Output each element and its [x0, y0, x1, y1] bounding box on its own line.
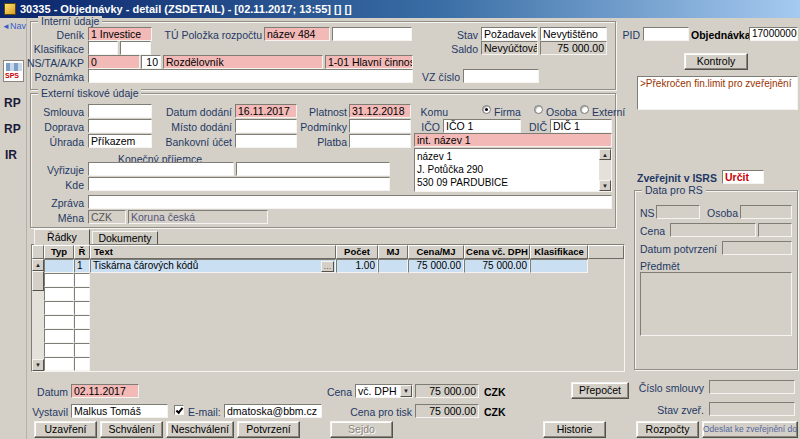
grid-empty-cell[interactable] — [74, 357, 90, 371]
cena-tisk-field: 75 000.00 — [415, 404, 479, 418]
ns-field-2[interactable]: 10 — [141, 55, 161, 69]
combo-arrow-icon[interactable]: ▼ — [400, 385, 412, 397]
klasifikace-field-2[interactable] — [120, 41, 151, 55]
row1-cena-dph-cell[interactable]: 75 000.00 — [464, 259, 530, 273]
uzavreni-button[interactable]: Uzavření — [34, 421, 97, 438]
vystavil-field[interactable]: Malkus Tomáš — [71, 404, 168, 418]
grid-empty-cell[interactable] — [44, 343, 74, 357]
address-box[interactable]: název 1 J. Potůčka 290 530 09 PARDUBICE … — [414, 148, 612, 192]
rp-icon-2[interactable]: RP — [4, 122, 21, 136]
datum-dodani-field[interactable]: 16.11.2017 — [235, 104, 297, 118]
misto-dodani-field[interactable] — [235, 119, 297, 133]
grid-empty-cell[interactable] — [74, 343, 90, 357]
smlouva-label: Smlouva — [20, 106, 84, 118]
grid-empty-cell[interactable] — [74, 329, 90, 343]
rp-icon-1[interactable]: RP — [4, 96, 21, 110]
email-field[interactable]: dmatoska@bbm.cz — [224, 404, 322, 418]
vyrizuje-field-2[interactable] — [236, 162, 390, 176]
tu-field[interactable]: název 484 — [264, 27, 330, 41]
vz-label: VZ číslo — [418, 71, 460, 83]
sps-label: SPS — [5, 72, 19, 79]
cena-mode-combo[interactable]: vč. DPH ▼ — [355, 384, 413, 398]
smlouva-field[interactable] — [88, 104, 152, 118]
tu-name-field[interactable] — [332, 27, 412, 41]
radio-firma[interactable] — [482, 105, 491, 114]
scroll-down-icon[interactable]: ▼ — [599, 180, 611, 191]
urcit-field[interactable]: Určit — [722, 170, 764, 184]
grid-scroll-up-icon[interactable]: ▲ — [32, 259, 44, 271]
row1-cena-mj-cell[interactable]: 75 000.00 — [408, 259, 464, 273]
ns-field-1[interactable]: 0 — [88, 55, 140, 69]
ns-field-3[interactable]: Rozdělovník — [163, 55, 323, 69]
platba-field[interactable] — [349, 134, 411, 148]
denik-field[interactable]: 1 Investice — [88, 27, 152, 41]
neschvaleni-button[interactable]: Neschválení — [166, 421, 234, 438]
row1-typ-cell[interactable] — [44, 259, 74, 273]
bankovni-ucet-field[interactable] — [235, 134, 297, 148]
objednavka-field[interactable]: 1700000001 — [749, 27, 798, 41]
cena-field: 75 000.00 — [415, 384, 479, 398]
doprava-field[interactable] — [88, 119, 152, 133]
grid-empty-cell[interactable] — [44, 329, 74, 343]
podminky-field[interactable] — [349, 119, 411, 133]
lines-grid: Typ Ř Text Počet MJ Cena/MJ Cena vč. DPH… — [31, 244, 625, 372]
grid-scroll-down-icon[interactable]: ▼ — [32, 359, 44, 371]
scroll-up-icon[interactable]: ▲ — [599, 149, 611, 160]
grid-empty-cell[interactable] — [74, 315, 90, 329]
cena-label: Cena — [322, 386, 352, 398]
grid-empty-cell[interactable] — [44, 301, 74, 315]
datum-field[interactable]: 02.11.2017 — [71, 384, 139, 398]
poznamka-field[interactable] — [88, 69, 413, 83]
kde-field[interactable] — [88, 177, 390, 191]
grid-empty-cell[interactable] — [44, 273, 74, 287]
komu-label: Komu — [414, 106, 448, 118]
uhrada-field[interactable]: Příkazem — [88, 134, 152, 148]
grid-empty-cell[interactable] — [74, 273, 90, 287]
grid-empty-cell[interactable] — [44, 357, 74, 371]
address-scrollbar[interactable]: ▲ ▼ — [599, 149, 611, 191]
dic-field[interactable]: DIČ 1 — [550, 119, 612, 133]
kontroly-button[interactable]: Kontroly — [684, 53, 748, 70]
radio-externi[interactable] — [580, 105, 589, 114]
grid-empty-cell[interactable] — [44, 287, 74, 301]
datum-dodani-label: Datum dodání — [154, 106, 232, 118]
row1-num-cell[interactable]: 1 — [74, 259, 90, 273]
pid-field[interactable] — [643, 27, 689, 41]
grid-empty-cell[interactable] — [44, 315, 74, 329]
grid-scroll-thumb[interactable] — [32, 271, 44, 291]
prepocet-button[interactable]: Přepočet — [571, 382, 629, 399]
ico-field[interactable]: IČO 1 — [443, 119, 521, 133]
pid-label: PID — [618, 29, 640, 41]
stav-field-1[interactable]: Požadavek — [481, 27, 538, 41]
grid-empty-cell[interactable] — [74, 301, 90, 315]
tab-radky[interactable]: Řádky — [34, 229, 90, 245]
stav-field-2[interactable]: Nevytištěno — [540, 27, 607, 41]
row1-ellipsis-button[interactable]: … — [321, 261, 334, 272]
ns-field-4[interactable]: 1-01 Hlavní činnost — [325, 55, 413, 69]
address-text: název 1 J. Potůčka 290 530 09 PARDUBICE — [417, 150, 508, 189]
nav-arrow-icon[interactable]: ◄ — [2, 22, 10, 31]
ir-icon[interactable]: IR — [5, 148, 17, 162]
email-checkbox[interactable] — [174, 405, 184, 415]
klasifikace-field-1[interactable] — [88, 41, 118, 55]
radio-osoba[interactable] — [534, 105, 543, 114]
potvrzeni-button[interactable]: Potvrzení — [237, 421, 300, 438]
row1-klasifikace-cell[interactable] — [530, 259, 588, 273]
tab-dokumenty[interactable]: Dokumenty — [92, 231, 158, 245]
schvaleni-button[interactable]: Schválení — [100, 421, 163, 438]
zprava-field[interactable] — [88, 195, 612, 209]
row1-text-cell[interactable]: Tiskárna čárových kódů … — [90, 259, 336, 273]
odeslat-rs-button[interactable]: Odeslat ke zveřejnění do RS — [702, 421, 798, 438]
rozpocty-button[interactable]: Rozpočty — [636, 421, 699, 438]
platnost-field[interactable]: 31.12.2018 — [349, 104, 411, 118]
grid-empty-cell[interactable] — [74, 287, 90, 301]
grid-scrollbar[interactable]: ▲ ▼ — [32, 259, 44, 371]
int-nazev-field[interactable]: int. název 1 — [414, 133, 612, 147]
row1-pocet-cell[interactable]: 1.00 — [336, 259, 378, 273]
vz-field[interactable] — [463, 69, 539, 83]
historie-button[interactable]: Historie — [543, 421, 606, 438]
grid-header-cena-dph: Cena vč. DPH — [464, 245, 530, 259]
sejdo-button[interactable]: Sejdo — [330, 421, 393, 438]
row1-mj-cell[interactable] — [378, 259, 408, 273]
vyrizuje-field-1[interactable] — [88, 162, 234, 176]
